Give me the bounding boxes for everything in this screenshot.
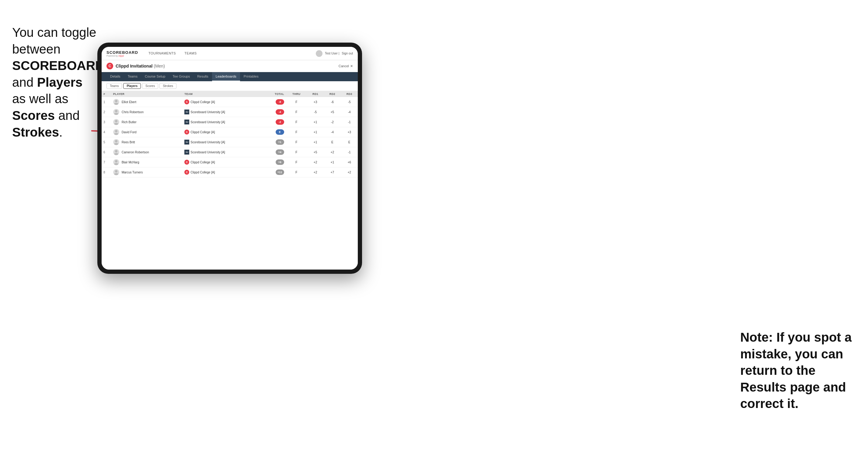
total-badge: +1 <box>276 139 284 145</box>
user-name: Test User | <box>325 52 340 55</box>
player-avatar <box>113 119 119 125</box>
player-team: SU Scoreboard University [A] <box>183 137 262 147</box>
nav-tournaments[interactable]: TOURNAMENTS <box>144 47 180 60</box>
col-thru: THRU <box>286 91 307 97</box>
team-logo-clippd: C <box>184 160 189 164</box>
tab-course-setup[interactable]: Course Setup <box>141 72 169 81</box>
player-name-cell: David Ford <box>111 127 183 137</box>
cancel-button[interactable]: Cancel ✕ <box>339 64 353 68</box>
player-name-cell: Blair McHarg <box>111 157 183 167</box>
table-row: 5 Rees Britt SU Scoreboard University [A… <box>102 137 358 147</box>
total-badge: -2 <box>276 119 284 125</box>
team-name: Scoreboard University [A] <box>190 111 225 114</box>
toggle-scores[interactable]: Scores <box>142 83 158 89</box>
team-logo-scoreboard: SU <box>184 150 189 155</box>
player-avatar <box>113 109 119 115</box>
player-thru: F <box>286 167 307 177</box>
col-team: TEAM <box>183 91 262 97</box>
player-rd3: -4 <box>341 107 358 117</box>
team-name: Clippd College [A] <box>190 161 215 164</box>
player-rd1: +5 <box>307 147 324 157</box>
clippd-icon: C <box>106 63 113 69</box>
player-total: E <box>262 127 286 137</box>
player-name: Elliot Ebert <box>122 100 136 104</box>
tournament-title: C Clippd Invitational (Men) <box>106 63 165 69</box>
team-name: Scoreboard University [A] <box>190 121 225 124</box>
player-rd1: +1 <box>307 137 324 147</box>
player-rd3: +6 <box>341 157 358 167</box>
player-name: Cameron Robertson <box>122 151 149 154</box>
svg-point-12 <box>114 153 118 155</box>
sign-out-link[interactable]: Sign out <box>342 52 353 55</box>
toggle-row: Teams Players Scores Strokes <box>102 81 358 91</box>
user-avatar <box>316 50 322 57</box>
player-total: -8 <box>262 97 286 107</box>
player-avatar <box>113 129 119 135</box>
tablet-frame: SCOREBOARD Powered by clippd TOURNAMENTS… <box>97 42 362 274</box>
player-rank: 1 <box>102 97 111 107</box>
left-annotation: You can toggle between SCOREBOARD and Pl… <box>12 24 97 141</box>
player-rank: 6 <box>102 147 111 157</box>
tab-tee-groups[interactable]: Tee Groups <box>169 72 193 81</box>
player-name: Rich Butler <box>122 121 136 124</box>
app-nav: SCOREBOARD Powered by clippd TOURNAMENTS… <box>102 47 358 60</box>
player-rd3: +3 <box>341 127 358 137</box>
player-rd2: +7 <box>324 167 341 177</box>
player-thru: F <box>286 157 307 167</box>
team-name: Scoreboard University [A] <box>190 151 225 154</box>
player-avatar <box>113 159 119 165</box>
tab-details[interactable]: Details <box>106 72 124 81</box>
player-rd1: +3 <box>307 97 324 107</box>
player-rank: 2 <box>102 107 111 117</box>
player-team: SU Scoreboard University [A] <box>183 147 262 157</box>
player-name-cell: Rees Britt <box>111 137 183 147</box>
scoreboard-logo: SCOREBOARD Powered by clippd <box>106 50 138 57</box>
player-name: Chris Robertson <box>122 111 144 114</box>
player-thru: F <box>286 127 307 137</box>
team-logo-clippd: C <box>184 170 189 175</box>
col-player: PLAYER <box>111 91 183 97</box>
player-thru: F <box>286 117 307 127</box>
tab-printables[interactable]: Printables <box>240 72 262 81</box>
svg-point-2 <box>114 103 118 105</box>
player-thru: F <box>286 137 307 147</box>
team-name: Scoreboard University [A] <box>190 141 225 144</box>
toggle-players[interactable]: Players <box>123 83 141 89</box>
player-avatar <box>113 149 119 155</box>
table-row: 3 Rich Butler SU Scoreboard University [… <box>102 117 358 127</box>
total-badge: -4 <box>276 109 284 115</box>
total-badge: -8 <box>276 99 284 105</box>
player-rd3: E <box>341 137 358 147</box>
player-rd3: -5 <box>341 97 358 107</box>
tournament-name: Clippd Invitational (Men) <box>116 64 165 68</box>
col-rank: # <box>102 91 111 97</box>
nav-teams[interactable]: TEAMS <box>180 47 201 60</box>
close-icon: ✕ <box>350 64 353 68</box>
player-name-cell: Rich Butler <box>111 117 183 127</box>
toggle-teams[interactable]: Teams <box>106 83 122 89</box>
team-logo-clippd: C <box>184 99 189 104</box>
player-team: SU Scoreboard University [A] <box>183 107 262 117</box>
toggle-strokes[interactable]: Strokes <box>159 83 177 89</box>
player-total: +6 <box>262 157 286 167</box>
team-name: Clippd College [A] <box>190 130 215 134</box>
player-name-cell: Cameron Robertson <box>111 147 183 157</box>
tab-teams[interactable]: Teams <box>124 72 141 81</box>
col-rd2: RD2 <box>324 91 341 97</box>
player-rank: 3 <box>102 117 111 127</box>
player-rd3: -1 <box>341 117 358 127</box>
svg-point-5 <box>115 120 118 122</box>
team-logo-scoreboard: SU <box>184 120 189 124</box>
player-name: Marcus Turners <box>122 171 143 174</box>
team-logo-scoreboard: SU <box>184 139 189 145</box>
player-avatar <box>113 139 119 145</box>
player-total: +1 <box>262 137 286 147</box>
tab-results[interactable]: Results <box>193 72 212 81</box>
player-team: SU Scoreboard University [A] <box>183 117 262 127</box>
player-rank: 5 <box>102 137 111 147</box>
player-avatar <box>113 99 119 105</box>
tab-leaderboards[interactable]: Leaderboards <box>212 72 240 81</box>
player-name: Rees Britt <box>122 141 135 144</box>
player-rd3: -1 <box>341 147 358 157</box>
table-header-row: # PLAYER TEAM TOTAL THRU RD1 RD2 RD3 <box>102 91 358 97</box>
